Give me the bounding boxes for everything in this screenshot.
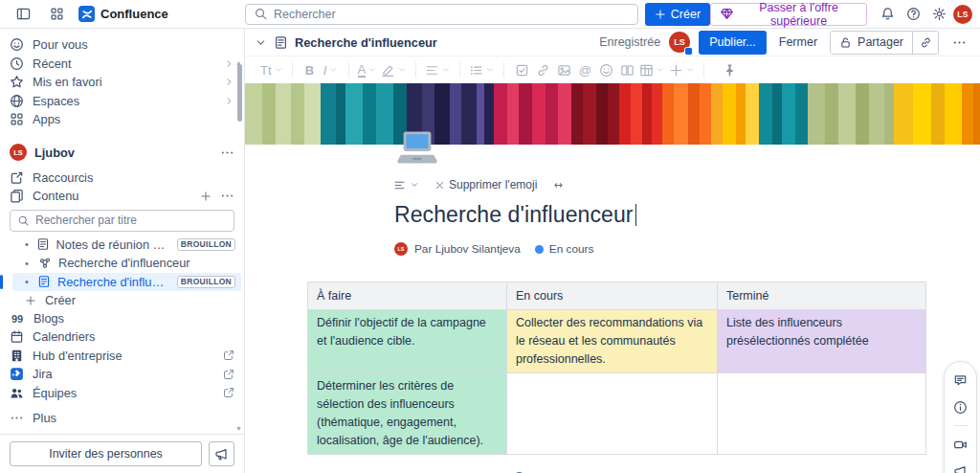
emoji-align-button[interactable] bbox=[393, 179, 419, 191]
page-emoji-laptop[interactable] bbox=[395, 130, 439, 171]
layout-button[interactable] bbox=[616, 58, 637, 81]
sidebar-item-mis-en-favori[interactable]: Mis en favori bbox=[0, 73, 244, 92]
chevron-down-icon bbox=[410, 180, 419, 190]
settings-button[interactable] bbox=[927, 3, 950, 26]
task-button[interactable] bbox=[511, 58, 532, 81]
scroll-down-arrow[interactable]: ▼ bbox=[235, 425, 242, 432]
table-cell[interactable]: Déterminer les critères de sélection des… bbox=[308, 373, 507, 455]
italic-button[interactable]: I bbox=[321, 58, 342, 81]
sidebar-scrollbar[interactable] bbox=[237, 64, 242, 122]
cover-stripe bbox=[736, 83, 746, 145]
collaborator-avatar[interactable]: LS bbox=[669, 32, 690, 53]
cover-stripe bbox=[245, 83, 262, 145]
insert-table-button[interactable] bbox=[637, 58, 667, 81]
cover-stripe bbox=[746, 83, 759, 145]
comments-button[interactable] bbox=[949, 370, 972, 391]
add-content-icon[interactable] bbox=[200, 191, 212, 202]
page-more-button[interactable] bbox=[947, 31, 970, 54]
cover-stripe bbox=[461, 83, 477, 145]
close-button[interactable]: Fermer bbox=[775, 35, 821, 49]
tree-item[interactable]: •Recherche d'influenceur bbox=[12, 254, 241, 273]
cover-stripe bbox=[494, 83, 507, 145]
table-header-cell[interactable]: En cours bbox=[507, 282, 718, 310]
status-table[interactable]: À faireEn coursTerminéDéfinir l'objectif… bbox=[307, 282, 926, 455]
invite-people-button[interactable]: Inviter des personnes bbox=[10, 441, 202, 466]
tree-item[interactable]: •Recherche d'influenceurBROUILLON bbox=[12, 273, 241, 292]
list-button[interactable] bbox=[467, 58, 497, 81]
alignment-button[interactable] bbox=[423, 58, 453, 81]
emoji-resize-button[interactable] bbox=[552, 179, 565, 191]
cover-stripe bbox=[321, 83, 336, 145]
more-icon[interactable] bbox=[220, 146, 234, 160]
sidebar-item-r-cent[interactable]: Récent bbox=[0, 55, 244, 74]
sidebar-item-more[interactable]: Plus bbox=[0, 409, 244, 427]
author-byline[interactable]: Par Ljubov Silantjeva bbox=[414, 242, 521, 256]
sidebar-item-jira[interactable]: Jira bbox=[0, 365, 244, 384]
app-switcher-button[interactable] bbox=[45, 3, 68, 26]
title-search[interactable] bbox=[10, 210, 234, 232]
page-title[interactable]: Recherche d'influenceur bbox=[394, 202, 634, 228]
sidebar-item-shortcuts[interactable]: Raccourcis bbox=[0, 169, 244, 187]
video-button[interactable] bbox=[949, 434, 972, 455]
video-camera-icon bbox=[953, 438, 968, 452]
notifications-button[interactable] bbox=[876, 3, 899, 26]
insert-link-button[interactable] bbox=[532, 58, 553, 81]
confluence-logo[interactable]: Confluence bbox=[78, 6, 168, 22]
divider bbox=[954, 425, 968, 426]
details-button[interactable] bbox=[949, 396, 972, 417]
cover-stripe bbox=[363, 83, 376, 145]
content-more-icon[interactable] bbox=[220, 189, 234, 203]
insert-image-button[interactable] bbox=[553, 58, 574, 81]
create-button[interactable]: Créer bbox=[645, 3, 710, 26]
cover-stripe bbox=[945, 83, 962, 145]
emoji-button[interactable] bbox=[595, 58, 616, 81]
mention-button[interactable]: @ bbox=[574, 58, 595, 81]
feedback-button[interactable] bbox=[209, 441, 234, 466]
copy-link-button[interactable] bbox=[912, 32, 938, 54]
table-header-cell[interactable]: À faire bbox=[308, 282, 507, 310]
cover-stripe bbox=[558, 83, 571, 145]
sidebar-item--quipes[interactable]: Équipes bbox=[0, 383, 244, 402]
tree-item[interactable]: •Notes de réunion du 2025-10-10BROUILLON bbox=[12, 236, 241, 255]
sidebar-item-apps[interactable]: Apps bbox=[0, 110, 244, 129]
collapse-sidebar-button[interactable] bbox=[11, 3, 34, 26]
pin-toolbar-button[interactable] bbox=[719, 58, 740, 81]
help-button[interactable] bbox=[902, 3, 924, 26]
remove-emoji-button[interactable]: Supprimer l'emoji bbox=[434, 178, 537, 191]
search-icon bbox=[254, 7, 268, 21]
share-button[interactable]: Partager bbox=[831, 32, 912, 54]
global-search-input[interactable] bbox=[274, 8, 630, 21]
table-cell[interactable] bbox=[507, 373, 718, 455]
table-cell[interactable]: Liste des influenceurs présélectionnés c… bbox=[718, 310, 926, 373]
publish-button[interactable]: Publier... bbox=[699, 31, 767, 55]
cover-stripe bbox=[376, 83, 393, 145]
sidebar-item-pour-vous[interactable]: Pour vous bbox=[0, 35, 244, 55]
text-color-button[interactable]: A bbox=[356, 58, 380, 81]
bold-button[interactable]: B bbox=[300, 58, 321, 81]
table-cell[interactable]: Collecter des recommandations via le rés… bbox=[507, 310, 718, 373]
chevron-down-icon[interactable] bbox=[255, 36, 267, 49]
table-cell[interactable] bbox=[718, 373, 926, 455]
sidebar-item-blogs[interactable]: 99 Blogs bbox=[0, 309, 244, 327]
page-tab-title[interactable]: Recherche d'influenceur bbox=[295, 35, 437, 50]
text-style-button[interactable]: Tt bbox=[258, 58, 285, 81]
sidebar-item-content[interactable]: Contenu bbox=[0, 187, 244, 205]
global-search[interactable] bbox=[245, 4, 638, 25]
user-avatar[interactable]: LS bbox=[953, 5, 972, 24]
sidebar-item-hub-d-entreprise[interactable]: Hub d'entreprise bbox=[0, 346, 244, 365]
text-cursor bbox=[635, 204, 636, 226]
cover-stripe bbox=[711, 83, 723, 145]
sidebar-item-calendars[interactable]: Calendriers bbox=[0, 327, 244, 346]
cover-image[interactable] bbox=[245, 83, 980, 145]
table-cell[interactable]: Définir l'objectif de la campagne et l'a… bbox=[308, 310, 507, 373]
upgrade-button[interactable]: Passer à l'offre supérieure bbox=[710, 3, 867, 26]
feedback-button[interactable] bbox=[949, 461, 972, 473]
tree-create-button[interactable]: Créer bbox=[0, 291, 244, 309]
space-header[interactable]: LS Ljubov bbox=[0, 142, 244, 164]
status-badge[interactable]: En cours bbox=[535, 242, 594, 256]
highlight-button[interactable] bbox=[379, 58, 409, 81]
table-header-cell[interactable]: Terminé bbox=[718, 282, 926, 310]
insert-more-button[interactable] bbox=[667, 58, 697, 81]
title-search-input[interactable] bbox=[35, 214, 227, 227]
sidebar-item-espaces[interactable]: Espaces bbox=[0, 92, 244, 111]
